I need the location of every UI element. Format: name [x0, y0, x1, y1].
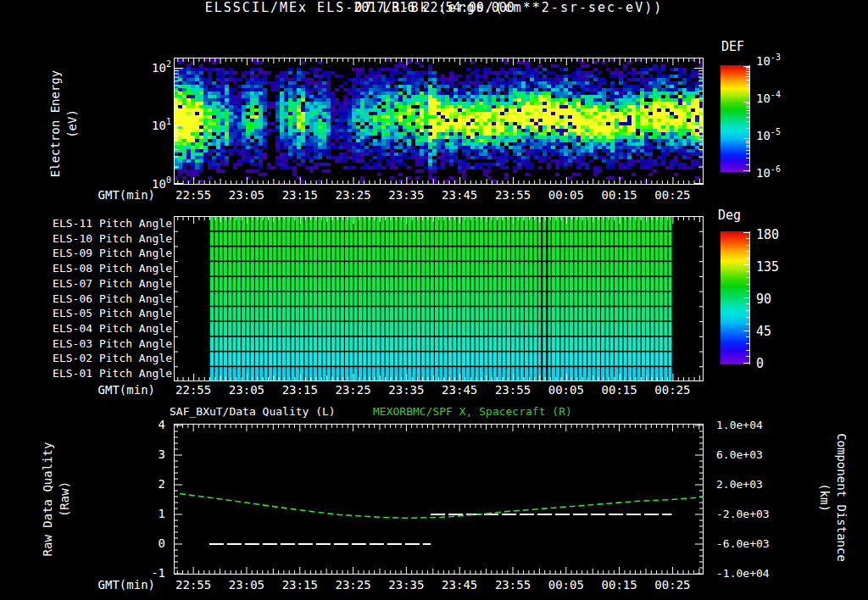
colorbar-tick	[743, 297, 749, 298]
time-tick-label: 23:45	[433, 383, 486, 397]
deg-colorbar-tick-label: 135	[756, 259, 779, 275]
colorbar-tick	[746, 317, 749, 318]
plot-main-title: ELSSCIL/MEx ELS-07 LR-Bk (ergs/(cm**2-sr…	[0, 0, 868, 15]
pitch-row-label: ELS-03 Pitch Angle	[47, 337, 172, 350]
colorbar-tick	[746, 284, 749, 285]
colorbar-tick	[746, 147, 749, 147]
pitch-row-label: ELS-02 Pitch Angle	[47, 352, 172, 364]
colorbar-tick	[746, 164, 749, 165]
colorbar-tick	[746, 291, 749, 292]
def-colorbar-tick-label: 10-3	[756, 53, 781, 68]
quality-tick-label: -1	[138, 566, 165, 580]
colorbar-tick	[746, 251, 749, 252]
time-tick-label: 00:15	[593, 383, 646, 397]
time-tick-label: 22:55	[167, 383, 220, 397]
time-tick-label: 00:15	[593, 578, 646, 592]
colorbar-tick	[746, 303, 749, 304]
def-colorbar-title: DEF	[721, 39, 744, 54]
distance-tick-label: -6.0e+03	[716, 537, 770, 550]
quality-tick-label: 0	[138, 536, 165, 550]
colorbar-tick	[746, 350, 749, 351]
deg-colorbar-tick-label: 180	[756, 227, 779, 242]
colorbar-tick	[746, 142, 749, 143]
def-colorbar	[721, 65, 750, 172]
time-tick-label: 23:55	[487, 578, 539, 592]
quality-axis-label: Raw Data Quality (Raw)	[39, 442, 74, 557]
time-tick-label: 00:05	[540, 188, 593, 202]
time-tick-label: 00:05	[540, 578, 593, 592]
energy-axis-label: Electron Energy (eV)	[47, 70, 81, 177]
time-tick-label: 22:55	[167, 578, 220, 592]
pitch-row-label: ELS-04 Pitch Angle	[47, 322, 172, 335]
colorbar-tick	[746, 85, 749, 86]
colorbar-tick	[746, 336, 749, 337]
colorbar-tick	[746, 91, 749, 92]
colorbar-tick	[743, 232, 749, 233]
deg-colorbar-tick-label: 45	[756, 324, 771, 339]
bottom-right-series-title: MEXORBMC/SPF X, Spacecraft (R)	[373, 405, 572, 418]
colorbar-tick	[746, 258, 749, 258]
distance-tick-label: 2.0e+03	[716, 478, 763, 491]
time-tick-label: 23:35	[380, 383, 432, 397]
deg-colorbar-title: Deg	[718, 208, 741, 223]
pitch-row-label: ELS-11 Pitch Angle	[47, 217, 172, 230]
distance-tick-label: -1.0e+04	[716, 567, 770, 580]
colorbar-tick	[746, 121, 749, 122]
pitch-row-label: ELS-08 Pitch Angle	[47, 262, 172, 275]
time-tick-label: 23:35	[380, 188, 432, 202]
colorbar-tick	[746, 67, 749, 68]
colorbar-tick	[746, 76, 749, 77]
colorbar-tick	[746, 356, 749, 357]
colorbar-tick	[746, 113, 749, 114]
colorbar-tick	[746, 158, 749, 158]
def-colorbar-tick-label: 10-4	[756, 90, 781, 105]
time-tick-label: 22:55	[167, 188, 220, 202]
colorbar-tick	[746, 245, 749, 246]
distance-tick-label: 1.0e+04	[716, 419, 763, 431]
time-tick-label: 23:15	[274, 383, 326, 397]
time-tick-label: 00:05	[540, 383, 593, 397]
colorbar-tick	[746, 110, 749, 111]
time-tick-label: 00:25	[646, 578, 698, 592]
time-tick-label: 23:05	[220, 383, 273, 397]
def-colorbar-tick-label: 10-6	[756, 164, 781, 180]
pitch-row-label: ELS-01 Pitch Angle	[47, 367, 172, 380]
time-tick-label: 23:35	[380, 578, 432, 592]
quality-distance-line-plot	[174, 424, 704, 575]
deg-colorbar-tick-label: 90	[756, 292, 771, 307]
colorbar-tick	[746, 108, 749, 108]
pitch-angle-panel	[174, 216, 704, 381]
time-tick-label: 23:25	[327, 383, 380, 397]
time-tick-label: 00:15	[593, 188, 646, 202]
pitch-row-label: ELS-09 Pitch Angle	[47, 247, 172, 259]
colorbar-tick	[746, 106, 749, 107]
colorbar-tick	[746, 150, 749, 151]
colorbar-tick	[746, 145, 749, 146]
pitch-row-label: ELS-10 Pitch Angle	[47, 232, 172, 245]
colorbar-tick	[743, 102, 749, 103]
time-tick-label: 23:25	[327, 188, 380, 202]
colorbar-tick	[746, 343, 749, 344]
time-tick-label: 23:45	[433, 578, 486, 592]
time-tick-label: 23:05	[220, 578, 273, 592]
quality-tick-label: 1	[138, 507, 165, 520]
time-tick-label: 00:25	[646, 383, 698, 397]
colorbar-tick	[746, 69, 749, 69]
time-tick-label: 23:45	[433, 188, 486, 202]
colorbar-tick	[743, 170, 749, 171]
def-colorbar-tick-label: 10-5	[756, 127, 781, 142]
colorbar-tick	[746, 128, 749, 129]
distance-tick-label: -2.0e+03	[716, 508, 770, 520]
time-tick-label: 23:55	[487, 383, 539, 397]
time-tick-label: 23:05	[220, 188, 273, 202]
colorbar-tick	[746, 103, 749, 104]
colorbar-tick	[746, 141, 749, 142]
time-tick-label: 23:55	[487, 188, 539, 202]
colorbar-tick	[746, 117, 749, 118]
colorbar-tick	[746, 277, 749, 278]
colorbar-tick	[746, 324, 749, 325]
distance-axis-label: Component Distance (km)	[816, 433, 851, 562]
colorbar-tick	[743, 363, 749, 364]
distance-tick-label: 6.0e+03	[716, 448, 763, 461]
colorbar-tick	[746, 80, 749, 81]
